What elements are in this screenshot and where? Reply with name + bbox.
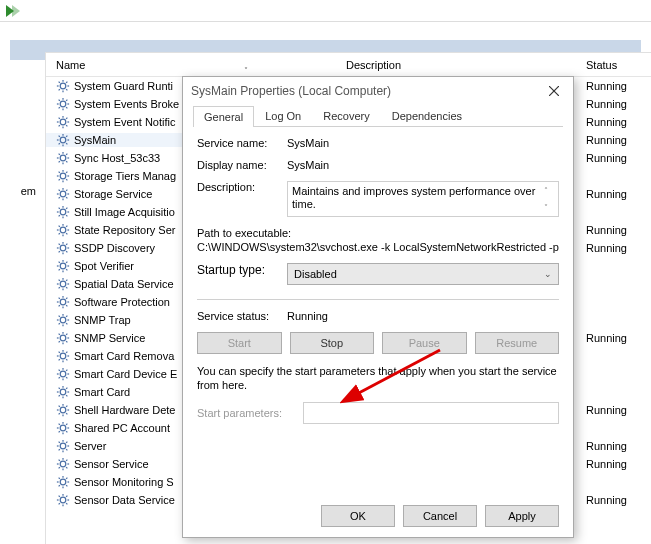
gear-icon [56,475,70,489]
start-button[interactable]: Start [197,332,282,354]
svg-line-16 [59,100,60,101]
dialog-title: SysMain Properties (Local Computer) [191,84,391,98]
column-description[interactable]: Description [336,59,576,71]
label-description: Description: [197,181,287,217]
startup-type-select[interactable]: Disabled ⌄ [287,263,559,285]
start-params-input[interactable] [303,402,559,424]
tab-general[interactable]: General [193,106,254,127]
scroll-icon[interactable]: ˄˅ [544,184,556,214]
gear-icon [56,403,70,417]
svg-line-90 [59,251,60,252]
svg-line-127 [66,316,67,317]
svg-line-117 [59,305,60,306]
svg-point-29 [60,137,66,143]
svg-line-10 [66,82,67,83]
ok-button[interactable]: OK [321,505,395,527]
svg-point-164 [60,407,66,413]
svg-point-11 [60,101,66,107]
svg-line-61 [59,190,60,191]
svg-line-160 [59,388,60,389]
svg-line-197 [66,467,67,468]
apply-button[interactable]: Apply [485,505,559,527]
label-display-name: Display name: [197,159,287,171]
svg-line-98 [66,269,67,270]
svg-line-70 [59,208,60,209]
service-name: SysMain [74,134,116,146]
play-icon[interactable] [6,5,20,17]
service-name: Spatial Data Service [74,278,174,290]
service-name: System Guard Runti [74,80,173,92]
svg-line-19 [66,100,67,101]
properties-dialog: SysMain Properties (Local Computer) Gene… [182,76,574,538]
svg-point-20 [60,119,66,125]
service-name: Sensor Data Service [74,494,175,506]
service-name: Server [74,440,106,452]
gear-icon [56,169,70,183]
gear-icon [56,331,70,345]
close-icon[interactable] [543,80,565,102]
toolbar [0,0,651,22]
svg-line-181 [66,424,67,425]
svg-line-196 [59,460,60,461]
cancel-button[interactable]: Cancel [403,505,477,527]
svg-line-169 [59,406,60,407]
svg-point-56 [60,191,66,197]
svg-line-142 [59,352,60,353]
svg-point-155 [60,389,66,395]
column-name[interactable]: Name˅ [46,59,336,71]
svg-line-27 [59,125,60,126]
service-name: Smart Card Device E [74,368,177,380]
svg-line-35 [66,143,67,144]
tab-logon[interactable]: Log On [254,105,312,126]
service-name: Smart Card [74,386,130,398]
svg-point-65 [60,209,66,215]
service-name: Shared PC Account [74,422,170,434]
svg-line-46 [66,154,67,155]
svg-line-26 [66,125,67,126]
svg-line-55 [66,172,67,173]
gear-icon [56,79,70,93]
service-status: Running [576,242,651,254]
svg-point-173 [60,425,66,431]
service-name: Sensor Monitoring S [74,476,174,488]
pause-button[interactable]: Pause [382,332,467,354]
resume-button[interactable]: Resume [475,332,560,354]
service-status: Running [576,458,651,470]
svg-point-74 [60,227,66,233]
svg-point-137 [60,353,66,359]
stop-button[interactable]: Stop [290,332,375,354]
label-start-params: Start parameters: [197,407,295,419]
svg-point-209 [60,497,66,503]
svg-line-54 [59,179,60,180]
svg-line-151 [59,370,60,371]
svg-line-18 [59,107,60,108]
tab-dependencies[interactable]: Dependencies [381,105,473,126]
label-service-name: Service name: [197,137,287,149]
description-box[interactable]: Maintains and improves system performanc… [287,181,559,217]
svg-line-214 [59,496,60,497]
svg-line-52 [59,172,60,173]
svg-line-133 [59,334,60,335]
svg-line-99 [59,269,60,270]
gear-icon [56,223,70,237]
svg-line-144 [59,359,60,360]
gear-icon [56,205,70,219]
svg-line-37 [66,136,67,137]
left-pane-label: em [0,185,40,197]
label-path: Path to executable: [197,227,559,239]
svg-line-187 [59,442,60,443]
svg-line-136 [66,334,67,335]
svg-point-2 [60,83,66,89]
tab-recovery[interactable]: Recovery [312,105,380,126]
svg-line-80 [66,233,67,234]
gear-icon [56,277,70,291]
svg-line-198 [59,467,60,468]
svg-line-154 [66,370,67,371]
value-display-name: SysMain [287,159,559,171]
svg-line-152 [66,377,67,378]
gear-icon [56,493,70,507]
service-name: Sensor Service [74,458,149,470]
column-status[interactable]: Status [576,59,651,71]
svg-line-7 [59,82,60,83]
gear-icon [56,187,70,201]
